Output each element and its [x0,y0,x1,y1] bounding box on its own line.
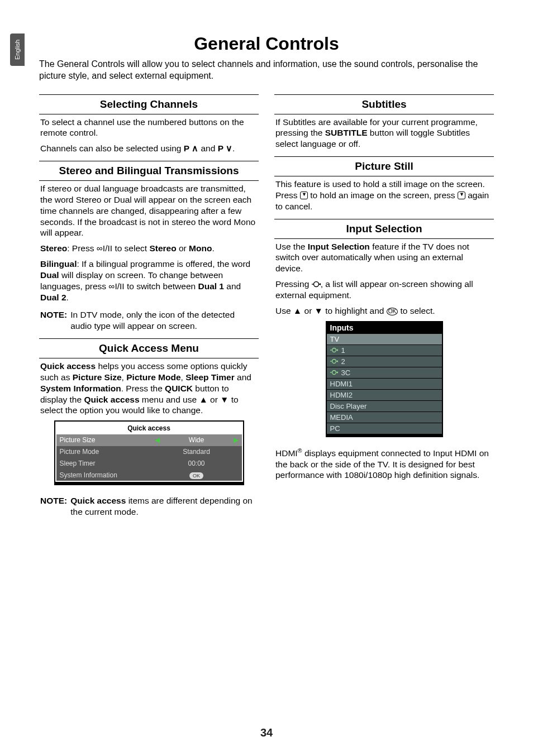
inputs-row-label: HDMI2 [330,391,353,399]
ok-badge: OK [189,472,203,479]
inputs-row[interactable]: MEDIA [327,412,442,423]
text: . [66,293,69,302]
qa-bold: Sleep Timer [185,372,235,382]
page-title: General Controls [39,34,494,54]
word-stereo: Stereo [149,243,176,253]
qa-bold: Quick access [70,496,126,505]
qa-menu-row[interactable]: Sleep Timer00:00 [56,458,242,470]
qa-menu-title: Quick access [56,423,242,434]
ok-button-icon: OK [387,308,398,315]
left-arrow-icon: ◀ [151,434,163,446]
svg-point-9 [332,371,336,375]
inputs-row[interactable]: HDMI2 [327,389,442,400]
quick-access-menu-ui: Quick access Picture Size◀Wide▶Picture M… [54,420,244,485]
selecting-channels-p2: Channels can also be selected using P ∧ … [40,143,258,154]
qa-row-value: 00:00 [163,458,230,470]
qa-menu-row[interactable]: Picture Size◀Wide▶ [56,434,242,446]
inputs-row[interactable]: Disc Player [327,400,442,412]
label-bilingual: Bilingual [40,259,77,269]
svg-marker-11 [336,371,338,374]
svg-point-3 [332,348,336,352]
input-source-icon [330,369,338,376]
right-arrow-icon [230,458,242,470]
audio-mode-icon: ∞I/II [108,281,124,291]
text: to select. [398,306,435,315]
hold-button-icon [300,192,308,199]
section-input-selection: Input Selection Use the Input Selection … [274,219,494,481]
word-dual2: Dual 2 [40,293,66,302]
qa-bold: QUICK [165,384,193,393]
inputs-row[interactable]: TV [327,333,442,344]
stereo-p2: Stereo: Press ∞I/II to select Stereo or … [40,243,258,254]
word-dual1: Dual 1 [198,281,224,291]
inputs-row[interactable]: 2 [327,356,442,367]
intro-text: The General Controls will allow you to s… [39,59,494,82]
qa-row-value: OK [163,470,230,481]
input-p4: HDMI® displays equipment connected to In… [275,447,493,481]
text: Channels can also be selected using [40,143,184,153]
left-column: Selecting Channels To select a channel u… [39,88,259,518]
svg-marker-8 [336,360,338,362]
p-up-icon: P ∧ [184,143,198,153]
qa-row-label: Picture Mode [56,446,151,458]
quick-access-p: Quick access helps you access some optio… [40,361,258,416]
quick-access-note: NOTE: Quick access items are different d… [39,493,259,518]
heading-quick-access: Quick Access Menu [39,339,259,358]
inputs-row[interactable]: 3C [327,367,442,378]
subtitle-button-label: SUBTITLE [325,128,368,137]
inputs-row[interactable]: PC [327,423,442,434]
text: . [232,143,235,153]
selecting-channels-p1: To select a channel use the numbered but… [40,117,258,139]
right-column: Subtitles If Subtitles are available for… [274,88,494,518]
text: or [177,243,189,253]
p-down-icon: P ∨ [218,143,232,153]
two-column-layout: Selecting Channels To select a channel u… [39,88,494,518]
qa-row-value: Wide [163,434,230,446]
inputs-row-label: MEDIA [330,413,353,422]
stereo-p3: Bilingual: If a bilingual programme is o… [40,259,258,303]
heading-picture-still: Picture Still [274,157,494,176]
heading-stereo-bilingual: Stereo and Bilingual Transmissions [39,161,259,180]
right-arrow-icon [230,446,242,458]
qa-row-label: System Information [56,470,151,481]
inputs-row-label: HDMI1 [330,380,353,388]
heading-subtitles: Subtitles [274,95,494,114]
input-p3: Use ▲ or ▼ to highlight and OK to select… [275,305,493,317]
page-number: 34 [0,726,533,739]
text: . [212,243,214,253]
qa-menu-row[interactable]: System InformationOK [56,470,242,481]
qa-row-label: Sleep Timer [56,458,151,470]
qa-menu-row[interactable]: Picture ModeStandard [56,446,242,458]
text: . Press the [121,384,165,393]
svg-marker-5 [336,349,338,351]
left-arrow-icon [151,458,163,470]
qa-bold: Quick access [40,361,96,371]
picture-still-p: This feature is used to hold a still ima… [275,179,493,212]
inputs-row[interactable]: 1 [327,344,442,356]
text: to hold an image on the screen, press [308,190,458,200]
svg-point-0 [313,282,318,287]
text: Pressing [275,279,312,289]
input-source-icon [330,357,338,365]
text: : Press [67,243,97,253]
inputs-row-label: TV [330,335,340,343]
section-selecting-channels: Selecting Channels To select a channel u… [39,94,259,154]
inputs-list-ui: Inputs TV123CHDMI1HDMI2Disc PlayerMEDIAP… [326,321,443,437]
inputs-row-label: 3C [341,369,351,377]
inputs-row-label: Disc Player [330,402,367,410]
qa-bold: Picture Size [73,372,122,382]
inputs-row[interactable]: HDMI1 [327,378,442,389]
text: Use ▲ or ▼ to highlight and [275,306,387,315]
inputs-row-label: 2 [341,357,345,366]
note-text: Quick access items are different dependi… [70,495,258,518]
right-arrow-icon: ▶ [230,434,242,446]
section-subtitles: Subtitles If Subtitles are available for… [274,94,494,150]
input-p1: Use the Input Selection feature if the T… [275,241,493,274]
qa-bold: System Information [40,384,121,393]
text: to select [112,243,149,253]
stereo-p1: If stereo or dual language broadcasts ar… [40,183,258,238]
inputs-row-label: PC [330,424,340,433]
note-text: In DTV mode, only the icon of the detect… [70,309,258,332]
qa-row-label: Picture Size [56,434,151,446]
input-source-icon [330,346,338,354]
